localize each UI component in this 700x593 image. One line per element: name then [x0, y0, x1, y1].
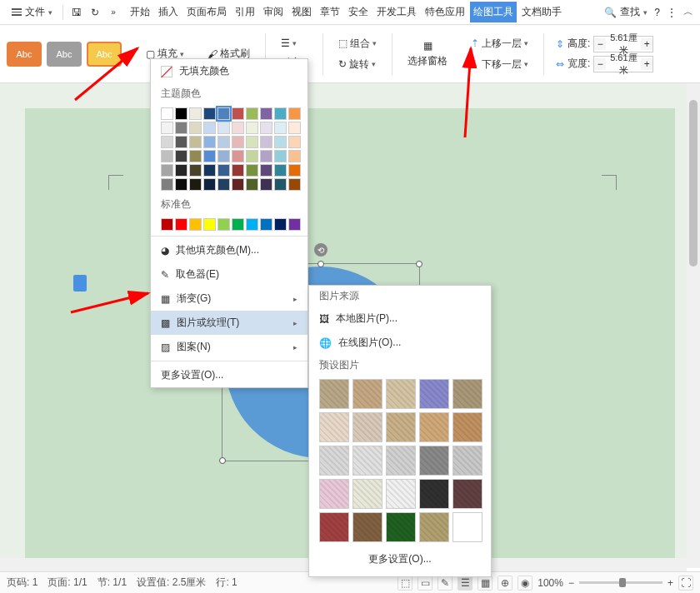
vertical-scrollbar[interactable] [687, 83, 700, 568]
side-tag-icon[interactable] [73, 275, 87, 292]
local-image-item[interactable]: 🖼本地图片(P)... [309, 306, 491, 331]
texture-swatch[interactable] [386, 479, 416, 509]
theme-swatch[interactable] [175, 122, 188, 134]
tab-review[interactable]: 审阅 [260, 2, 287, 22]
tab-security[interactable]: 安全 [345, 2, 372, 22]
theme-swatch[interactable] [260, 122, 272, 134]
texture-swatch[interactable] [419, 512, 449, 542]
theme-swatch[interactable] [189, 136, 202, 148]
theme-swatch[interactable] [288, 178, 301, 191]
texture-swatch[interactable] [386, 446, 416, 476]
texture-swatch[interactable] [386, 512, 416, 542]
texture-swatch[interactable] [452, 379, 482, 409]
theme-swatch[interactable] [189, 178, 202, 191]
theme-swatch[interactable] [203, 150, 216, 162]
texture-swatch[interactable] [419, 479, 449, 509]
theme-swatch[interactable] [260, 107, 272, 120]
theme-swatch[interactable] [161, 136, 173, 148]
tab-drawing[interactable]: 绘图工具 [470, 2, 517, 22]
theme-swatch[interactable] [189, 150, 202, 162]
page-num-label[interactable]: 页码: 1 [7, 576, 38, 590]
zoom-in[interactable]: + [668, 577, 673, 589]
standard-swatch[interactable] [161, 218, 173, 231]
texture-swatch[interactable] [319, 379, 349, 409]
theme-swatch[interactable] [232, 178, 244, 191]
tab-reference[interactable]: 引用 [232, 2, 258, 22]
theme-swatch[interactable] [246, 136, 258, 148]
theme-swatch[interactable] [175, 136, 188, 148]
theme-swatch[interactable] [232, 136, 244, 148]
theme-swatch[interactable] [203, 136, 216, 148]
view-mode-6[interactable]: ⊕ [498, 576, 512, 591]
theme-swatch[interactable] [203, 122, 216, 134]
theme-swatch[interactable] [274, 122, 287, 134]
texture-swatch[interactable] [319, 446, 349, 476]
view-mode-4[interactable]: ☰ [458, 576, 472, 591]
theme-swatch[interactable] [288, 122, 301, 134]
theme-swatch[interactable] [175, 164, 188, 177]
online-image-item[interactable]: 🌐在线图片(O)... [309, 331, 491, 355]
view-mode-2[interactable]: ▭ [418, 576, 432, 591]
handle-tm[interactable] [318, 261, 324, 267]
search-button[interactable]: 🔍 查找 ▾ [604, 5, 648, 19]
print-icon[interactable]: ↻ [87, 4, 103, 21]
theme-swatch[interactable] [189, 122, 202, 134]
view-mode-7[interactable]: ◉ [518, 576, 532, 591]
theme-swatch[interactable] [189, 164, 202, 177]
standard-swatch[interactable] [175, 218, 188, 231]
theme-swatch[interactable] [274, 150, 287, 162]
rotate-button[interactable]: ↻旋转▾ [335, 56, 380, 73]
texture-swatch[interactable] [386, 412, 416, 442]
pattern-item[interactable]: ▨图案(N)▸ [151, 335, 308, 359]
tab-chapter[interactable]: 章节 [317, 2, 343, 22]
texture-swatch[interactable] [352, 446, 382, 476]
send-backward-button[interactable]: ⇣下移一层▾ [468, 56, 532, 73]
group-button[interactable]: ⬚组合▾ [335, 35, 380, 52]
bring-forward-button[interactable]: ⇡上移一层▾ [468, 35, 532, 52]
theme-swatch[interactable] [175, 150, 188, 162]
zoom-out[interactable]: − [568, 577, 574, 589]
texture-swatch[interactable] [452, 479, 482, 509]
text-wrap-button[interactable]: ☰▾ [278, 36, 311, 51]
theme-swatch[interactable] [161, 122, 173, 134]
shape-style-more[interactable]: ▾ [127, 50, 131, 58]
texture-swatch[interactable] [319, 512, 349, 542]
theme-swatch[interactable] [232, 150, 244, 162]
save-icon[interactable]: 🖫 [68, 4, 85, 21]
theme-swatch[interactable] [246, 107, 258, 120]
theme-swatch[interactable] [189, 107, 202, 120]
gradient-item[interactable]: ▦渐变(G)▸ [151, 287, 308, 311]
menu-button[interactable]: 文件 ▾ [7, 3, 58, 21]
theme-swatch[interactable] [218, 107, 230, 120]
theme-swatch[interactable] [218, 164, 230, 177]
theme-swatch[interactable] [260, 178, 272, 191]
page-label[interactable]: 页面: 1/1 [48, 576, 87, 590]
shape-style-3[interactable]: Abc [87, 42, 122, 67]
texture-swatch[interactable] [352, 412, 382, 442]
standard-swatch[interactable] [203, 218, 216, 231]
shape-style-1[interactable]: Abc [7, 42, 42, 67]
handle-tr[interactable] [416, 261, 422, 267]
texture-swatch[interactable] [319, 479, 349, 509]
theme-swatch[interactable] [246, 164, 258, 177]
help-icon[interactable]: ? [654, 7, 660, 18]
standard-swatch[interactable] [218, 218, 230, 231]
texture-swatch[interactable] [452, 512, 482, 542]
standard-swatch[interactable] [189, 218, 202, 231]
no-fill-item[interactable]: 无填充颜色 [151, 59, 308, 83]
view-mode-1[interactable]: ⬚ [398, 576, 412, 591]
tab-assistant[interactable]: 文档助手 [518, 2, 565, 22]
zoom-label[interactable]: 100% [538, 577, 563, 589]
width-input[interactable]: −5.61厘米+ [593, 56, 653, 72]
select-pane-button[interactable]: ▦ 选择窗格 [404, 38, 451, 70]
theme-swatch[interactable] [161, 150, 173, 162]
zoom-slider[interactable] [579, 581, 662, 584]
eyedropper-item[interactable]: ✎取色器(E) [151, 262, 308, 287]
tab-insert[interactable]: 插入 [155, 2, 182, 22]
theme-swatch[interactable] [218, 150, 230, 162]
fullscreen-icon[interactable]: ⛶ [678, 576, 693, 591]
theme-swatch[interactable] [232, 107, 244, 120]
view-mode-5[interactable]: ▦ [478, 576, 492, 591]
row-label[interactable]: 行: 1 [216, 576, 237, 590]
theme-swatch[interactable] [274, 136, 287, 148]
